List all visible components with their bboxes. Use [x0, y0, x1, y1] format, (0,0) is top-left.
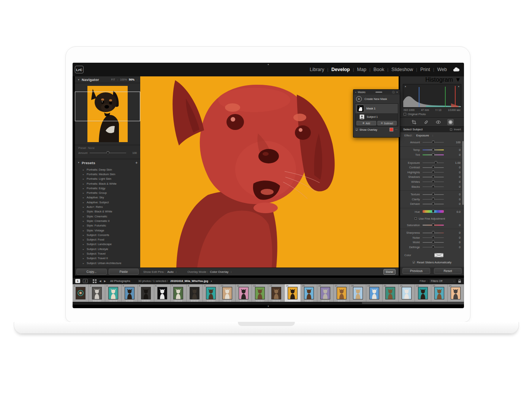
preset-item[interactable]: ▸Subject: Urban Architecture — [75, 261, 140, 265]
filmstrip-thumb-20[interactable]: 20 — [383, 284, 399, 302]
scrollbar-thumb[interactable] — [73, 302, 362, 304]
filter-dropdown[interactable]: Filters Off ↕ — [429, 279, 456, 283]
screen-2-button[interactable]: 2 — [83, 279, 88, 283]
add-button[interactable]: ⊕ Add — [356, 121, 376, 125]
top-panel-toggle[interactable]: ▲ — [267, 63, 269, 65]
slider-track[interactable] — [423, 245, 444, 249]
filename-caret-icon[interactable]: ▾ — [211, 280, 212, 282]
filmstrip-thumb-23[interactable]: 23 — [431, 284, 448, 302]
filmstrip-thumb-17[interactable]: 17 — [334, 284, 350, 302]
slider-track[interactable] — [423, 202, 444, 206]
reset-sliders-row[interactable]: ✓ Reset Sliders Automatically — [400, 258, 464, 265]
slider-track[interactable] — [423, 153, 444, 157]
edit-pins-dropdown[interactable]: Auto — [167, 270, 173, 274]
slider-track[interactable] — [423, 231, 444, 234]
overlay-color-swatch[interactable] — [390, 128, 393, 131]
preset-item[interactable]: ▸Portraits: Group — [75, 190, 140, 195]
next-photo-arrow-icon[interactable]: ▶ — [104, 280, 106, 283]
fine-adjustment-checkbox[interactable] — [415, 217, 417, 220]
slider-track[interactable] — [423, 236, 444, 239]
preset-item[interactable]: ▸Subject: Food — [75, 237, 140, 242]
cloud-sync-icon[interactable] — [453, 67, 459, 72]
filmstrip-thumb-11[interactable]: 11 — [236, 284, 252, 302]
drag-handle[interactable] — [375, 92, 382, 93]
copy-button[interactable]: Copy... — [76, 269, 107, 275]
slider-track[interactable] — [423, 171, 444, 174]
mask-item[interactable]: Mask 1 — [355, 104, 398, 113]
preset-item[interactable]: ▸Style: Cinematic — [75, 214, 140, 218]
module-tab-web[interactable]: Web — [434, 67, 450, 72]
histogram-header[interactable]: Histogram ▼ — [400, 76, 464, 83]
bottom-panel-toggle[interactable]: ▼ — [267, 305, 269, 307]
zoom-50[interactable]: 50% — [129, 78, 135, 81]
masks-panel-header[interactable]: ▪ Masks ⓘ » — [353, 90, 400, 95]
filmstrip-thumb-24[interactable]: 24 — [448, 284, 464, 302]
filmstrip-thumb-6[interactable]: 6 — [154, 284, 171, 302]
original-photo-checkbox[interactable] — [404, 113, 406, 116]
filmstrip-thumb-7[interactable]: 7 — [171, 284, 187, 302]
info-icon[interactable]: ⓘ — [392, 90, 395, 94]
original-photo-row[interactable]: Original Photo — [400, 112, 464, 117]
right-panel-scrollbar[interactable] — [462, 141, 464, 205]
presets-header[interactable]: ▼ Presets + — [75, 159, 140, 166]
preset-item[interactable]: ▸Style: Cinematic II — [75, 218, 140, 223]
preset-item[interactable]: ▸Portraits: Edgy — [75, 186, 140, 190]
navigator-view-rect[interactable] — [75, 92, 140, 121]
add-preset-button[interactable]: + — [135, 161, 138, 165]
navigator-header[interactable]: ▼ Navigator FIT ↕ 100% 50% ↕ — [75, 76, 140, 83]
color-swatch-none[interactable] — [434, 253, 443, 257]
previous-button[interactable]: Previous — [402, 268, 430, 274]
reset-button[interactable]: Reset — [434, 268, 462, 274]
source-label[interactable]: All Photographs — [110, 279, 130, 283]
filmstrip-thumb-18[interactable]: 18 — [350, 284, 366, 302]
red-eye-tool-icon[interactable] — [435, 119, 442, 125]
slider-track[interactable] — [423, 185, 444, 188]
filmstrip-thumb-21[interactable]: 21 — [399, 284, 415, 302]
filmstrip-thumb-19[interactable]: 19 — [366, 284, 383, 302]
filmstrip-thumb-16[interactable]: 16 — [317, 284, 334, 302]
healing-tool-icon[interactable] — [423, 119, 429, 125]
preset-item[interactable]: ▸Auto+: Retro — [75, 204, 140, 209]
done-button[interactable]: Done — [383, 269, 396, 275]
subtract-button[interactable]: ⊖ Subtract — [377, 121, 397, 125]
filmstrip-thumb-10[interactable]: 10 — [219, 284, 236, 302]
invert-checkbox[interactable] — [450, 128, 452, 131]
filmstrip-thumb-15[interactable]: 15 — [301, 284, 317, 302]
fine-adjustment-row[interactable]: Use Fine Adjustment — [400, 216, 464, 222]
filmstrip-thumb-9[interactable]: 9 — [203, 284, 219, 302]
previous-photo-arrow-icon[interactable]: ◀ — [99, 280, 101, 283]
preset-item[interactable]: ▸Subject: Landscape — [75, 242, 140, 247]
filmstrip-thumb-2[interactable]: 2 — [89, 284, 105, 302]
amount-slider[interactable] — [90, 151, 126, 154]
module-tab-slideshow[interactable]: Slideshow — [388, 67, 416, 72]
crop-tool-icon[interactable] — [411, 119, 417, 125]
preset-item[interactable]: ▸Portraits: Black & White — [75, 181, 140, 186]
paste-button[interactable]: Paste — [109, 269, 139, 275]
preset-item[interactable]: ▸Portraits: Deep Skin — [75, 167, 140, 172]
effect-dropdown[interactable]: Exposure — [416, 134, 429, 137]
filmstrip-thumb-14[interactable]: 14 — [285, 284, 301, 302]
preset-item[interactable]: ▸Subject: Lifestyle — [75, 247, 140, 251]
preset-item[interactable]: ▸Subject: Concerts — [75, 233, 140, 237]
preset-item[interactable]: ▸Style: Futuristic — [75, 223, 140, 228]
overlay-mode-dropdown[interactable]: Color Overlay — [210, 270, 228, 274]
masking-tool-icon[interactable] — [447, 119, 454, 125]
filmstrip-scrollbar[interactable] — [73, 302, 464, 304]
preset-item[interactable]: ▸Subject: Travel II — [75, 256, 140, 261]
zoom-fit[interactable]: FIT — [111, 78, 116, 81]
slider-track[interactable] — [423, 175, 444, 179]
preset-item[interactable]: ▸Style: Black & White — [75, 209, 140, 214]
slider-track[interactable] — [423, 210, 444, 214]
collapse-panel-icon[interactable]: » — [396, 91, 398, 93]
preset-item[interactable]: ▸Portraits: Medium Skin — [75, 172, 140, 176]
module-tab-print[interactable]: Print — [417, 67, 433, 72]
grid-view-icon[interactable] — [93, 279, 97, 283]
preset-item[interactable]: ▸Subject: Travel — [75, 251, 140, 256]
preset-item[interactable]: ▸Portraits: Light Skin — [75, 177, 140, 181]
preset-item[interactable]: ▸Adaptive: Sky — [75, 195, 140, 200]
module-tab-map[interactable]: Map — [354, 67, 369, 72]
preset-item[interactable]: ▸Style: Vintage — [75, 228, 140, 233]
selected-filename[interactable]: 20191018_Mila_WhoYou.jpg — [170, 279, 208, 283]
slider-track[interactable] — [423, 166, 444, 169]
module-tab-book[interactable]: Book — [370, 67, 388, 72]
